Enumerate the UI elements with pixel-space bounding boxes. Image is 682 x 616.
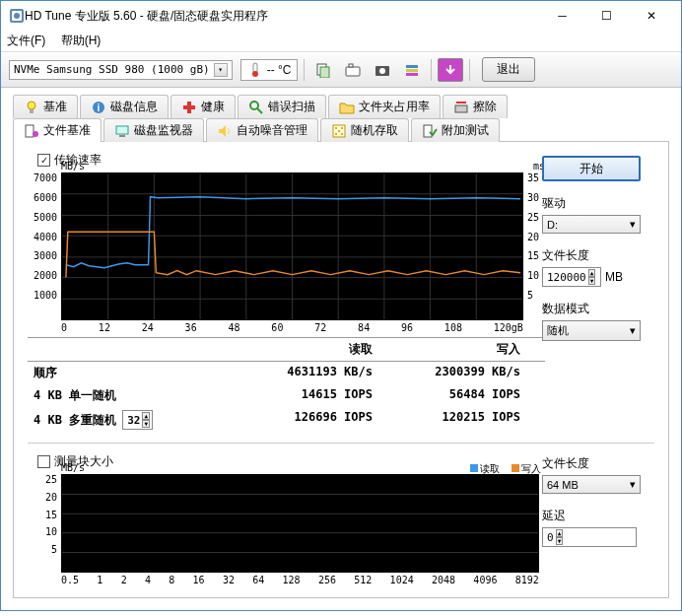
chart2-yticks: 252015105 xyxy=(28,474,57,573)
temperature-value: -- °C xyxy=(267,63,292,77)
threads-spinner[interactable]: 32▲▼ xyxy=(122,410,153,430)
file-length2-dropdown[interactable]: 64 MB▾ xyxy=(542,475,641,494)
block-size-checkbox[interactable] xyxy=(37,455,50,468)
drive-selector-value: NVMe Samsung SSD 980 (1000 gB) xyxy=(14,63,210,76)
svg-point-4 xyxy=(252,71,258,77)
drive-dropdown[interactable]: D:▾ xyxy=(542,215,641,234)
svg-rect-12 xyxy=(406,69,418,72)
chart-transfer: MB/s ms 7000600050004000300020001000 353… xyxy=(28,172,545,333)
minimize-button[interactable]: ─ xyxy=(540,2,584,30)
tab-disk-info[interactable]: i磁盘信息 xyxy=(80,95,169,118)
data-mode-dropdown[interactable]: 随机▾ xyxy=(542,320,641,341)
chart1-xticks: 01224364860728496108120gB xyxy=(61,322,523,333)
svg-line-21 xyxy=(257,108,262,113)
col-read: 读取 xyxy=(225,338,373,361)
svg-rect-19 xyxy=(183,105,195,109)
app-icon xyxy=(9,8,25,24)
results-row-seq: 顺序 4631193 KB/s 2300399 KB/s xyxy=(28,362,545,384)
screenshot-button[interactable] xyxy=(340,58,366,82)
delay-spinner[interactable]: 0▲▼ xyxy=(542,527,637,547)
thermometer-icon xyxy=(247,62,263,78)
chart1-ylabel: MB/s xyxy=(61,161,85,171)
svg-rect-11 xyxy=(406,65,418,68)
row-4km-read: 126696 IOPS xyxy=(225,407,373,433)
chart-blocksize: MB/s 读取 写入 252015105 0.51248163264128256… xyxy=(28,474,545,585)
tab-row-2: 文件基准 磁盘监视器 自动噪音管理 随机存取 附加测试 xyxy=(13,117,669,141)
options-button[interactable] xyxy=(399,58,425,82)
svg-rect-15 xyxy=(30,109,34,113)
svg-point-24 xyxy=(33,131,38,137)
tab-extra-tests[interactable]: 附加测试 xyxy=(411,118,500,142)
svg-rect-7 xyxy=(346,67,360,76)
save-button[interactable] xyxy=(438,58,463,82)
spin-down-icon[interactable]: ▼ xyxy=(142,420,150,428)
tab-disk-monitor[interactable]: 磁盘监视器 xyxy=(103,118,204,142)
file-length2-label: 文件长度 xyxy=(542,455,641,472)
monitor-icon xyxy=(114,123,130,139)
transfer-rate-checkbox[interactable]: ✓ xyxy=(37,154,50,167)
window-title: HD Tune 专业版 5.60 - 硬盘/固态硬盘实用程序 xyxy=(25,8,540,25)
tab-error-scan[interactable]: 错误扫描 xyxy=(238,95,326,118)
delay-label: 延迟 xyxy=(542,508,641,524)
tab-aam[interactable]: 自动噪音管理 xyxy=(206,118,318,142)
drive-selector[interactable]: NVMe Samsung SSD 980 (1000 gB) ▾ xyxy=(9,60,233,80)
row-seq-label: 顺序 xyxy=(28,362,225,384)
svg-rect-26 xyxy=(119,135,125,137)
plus-icon xyxy=(181,100,197,115)
svg-rect-25 xyxy=(116,126,128,134)
svg-rect-13 xyxy=(406,73,418,76)
magnifier-icon xyxy=(248,100,264,115)
data-mode-label: 数据模式 xyxy=(542,301,641,317)
file-length-label: 文件长度 xyxy=(542,247,641,264)
menu-help[interactable]: 帮助(H) xyxy=(61,33,102,49)
tab-erase[interactable]: 擦除 xyxy=(443,95,508,118)
svg-point-30 xyxy=(338,130,340,132)
svg-point-10 xyxy=(379,68,385,74)
file-bench-icon xyxy=(24,123,39,139)
menu-file[interactable]: 文件(F) xyxy=(7,33,45,49)
svg-point-2 xyxy=(14,13,20,19)
close-button[interactable]: ✕ xyxy=(629,2,673,30)
chart1-plot xyxy=(61,172,523,320)
check-icon xyxy=(422,123,438,139)
row-4km-write: 120215 IOPS xyxy=(373,407,520,433)
spin-down-icon[interactable]: ▼ xyxy=(556,537,564,545)
speaker-icon xyxy=(217,123,233,139)
chevron-down-icon: ▾ xyxy=(630,218,636,231)
results-header: 读取 写入 xyxy=(28,337,545,362)
results-row-4k-multi: 4 KB 多重随机 32▲▼ 126696 IOPS 120215 IOPS xyxy=(28,407,545,433)
spin-up-icon[interactable]: ▲ xyxy=(556,529,564,537)
separator xyxy=(431,59,432,81)
camera-button[interactable] xyxy=(370,58,395,82)
spin-up-icon[interactable]: ▲ xyxy=(142,412,150,420)
spin-up-icon[interactable]: ▲ xyxy=(588,269,596,277)
spin-down-icon[interactable]: ▼ xyxy=(588,277,596,285)
toolbar: NVMe Samsung SSD 980 (1000 gB) ▾ -- °C 退… xyxy=(1,52,681,88)
temperature-display: -- °C xyxy=(240,59,299,81)
start-button[interactable]: 开始 xyxy=(542,156,641,181)
menubar: 文件(F) 帮助(H) xyxy=(1,31,681,52)
row-seq-read: 4631193 KB/s xyxy=(225,362,373,384)
tab-benchmark[interactable]: 基准 xyxy=(13,95,78,118)
col-write: 写入 xyxy=(373,338,520,361)
exit-button[interactable]: 退出 xyxy=(482,57,535,82)
side-panel-2: 文件长度 64 MB▾ 延迟 0▲▼ xyxy=(542,453,641,547)
svg-point-28 xyxy=(335,127,337,129)
tab-random-access[interactable]: 随机存取 xyxy=(320,118,409,142)
chart2-ylabel: MB/s xyxy=(61,462,85,473)
svg-rect-33 xyxy=(424,125,432,137)
svg-rect-6 xyxy=(320,67,329,78)
svg-rect-23 xyxy=(26,125,34,137)
file-length-spinner[interactable]: 120000▲▼ xyxy=(542,267,601,287)
tab-file-benchmark[interactable]: 文件基准 xyxy=(13,118,102,142)
svg-rect-8 xyxy=(349,64,353,67)
svg-point-14 xyxy=(28,102,35,109)
file-length-unit: MB xyxy=(605,270,623,284)
bulb-icon xyxy=(24,100,39,115)
info-icon: i xyxy=(91,100,106,115)
copy-info-button[interactable] xyxy=(310,58,336,82)
tab-health[interactable]: 健康 xyxy=(170,95,236,118)
tab-folder-usage[interactable]: 文件夹占用率 xyxy=(328,95,441,118)
chevron-down-icon: ▾ xyxy=(630,478,636,491)
maximize-button[interactable]: ☐ xyxy=(584,2,629,30)
